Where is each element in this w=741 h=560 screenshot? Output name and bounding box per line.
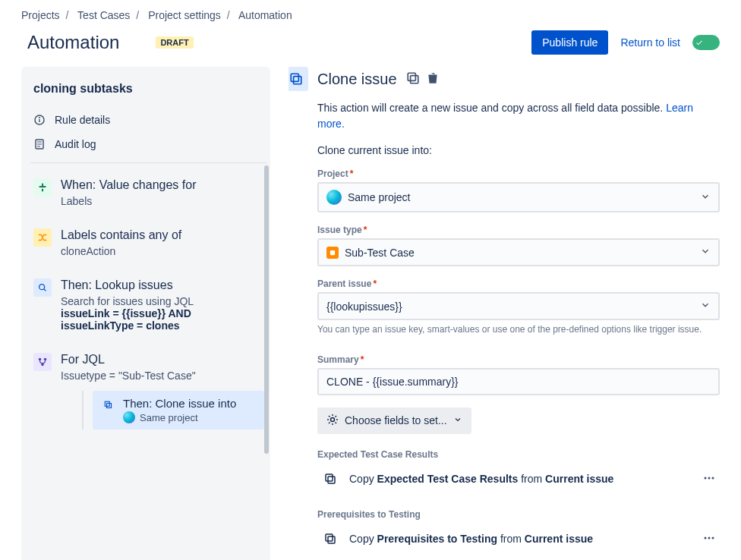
svg-point-8	[39, 285, 45, 290]
choose-fields-button[interactable]: Choose fields to set...	[317, 407, 471, 434]
project-avatar-icon	[326, 190, 342, 205]
rule-name[interactable]: cloning subtasks	[30, 76, 267, 108]
copy-icon[interactable]	[406, 71, 420, 87]
crumb-projects[interactable]: Projects	[21, 9, 60, 21]
parent-help-text: You can type an issue key, smart-values …	[317, 323, 720, 336]
svg-point-25	[712, 477, 714, 479]
return-to-list-button[interactable]: Return to list	[620, 36, 680, 49]
copy-text[interactable]: Copy Expected Test Case Results from Cur…	[345, 473, 691, 485]
svg-rect-17	[408, 73, 415, 80]
svg-rect-2	[39, 119, 39, 122]
lookup-icon	[33, 278, 52, 297]
copy-field-label: Prerequisites to Testing	[317, 509, 720, 520]
copy-icon	[323, 472, 337, 486]
step-title: When: Value changes for	[61, 178, 264, 192]
issuetype-select[interactable]: Sub-Test Case	[317, 238, 720, 266]
step-trigger[interactable]: When: Value changes for Labels	[30, 172, 267, 213]
svg-point-24	[708, 477, 711, 479]
svg-rect-21	[326, 474, 333, 481]
select-value: Same project	[348, 191, 410, 203]
svg-point-28	[705, 536, 707, 539]
crumb-automation[interactable]: Automation	[238, 9, 292, 21]
step-lookup[interactable]: Then: Lookup issues Search for issues us…	[30, 272, 267, 338]
component-title: Clone issue	[317, 71, 397, 88]
svg-point-20	[331, 417, 335, 421]
project-avatar-icon	[123, 411, 135, 423]
more-icon[interactable]	[698, 467, 720, 491]
component-description: This action will create a new issue and …	[317, 100, 720, 132]
branch-icon	[33, 353, 52, 371]
publish-rule-button[interactable]: Publish rule	[531, 30, 608, 55]
scrollbar[interactable]	[264, 165, 269, 454]
step-subtitle: cloneAction	[61, 245, 264, 257]
step-clone-selected[interactable]: Then: Clone issue into Same project	[93, 391, 264, 429]
parent-label: Parent issue*	[317, 278, 720, 289]
project-label: Project*	[317, 168, 720, 179]
info-icon	[33, 114, 46, 126]
nav-label: Audit log	[55, 138, 96, 150]
breadcrumb: Projects/ Test Cases/ Project settings/ …	[0, 0, 741, 24]
crumb-project-settings[interactable]: Project settings	[148, 9, 221, 21]
nav-rule-details[interactable]: Rule details	[30, 108, 267, 132]
copy-row: Copy Prerequisites to Testing from Curre…	[317, 524, 720, 554]
svg-line-9	[44, 289, 46, 291]
step-title: For JQL	[61, 353, 264, 367]
page-title: Automation	[27, 32, 119, 53]
clone-icon	[289, 67, 308, 91]
step-title: Labels contains any of	[61, 228, 264, 242]
issuetype-icon	[326, 247, 339, 259]
copy-icon	[323, 532, 337, 546]
chevron-down-icon	[700, 191, 711, 204]
parent-select[interactable]: {{lookupissues}}	[317, 292, 720, 320]
step-branch[interactable]: For JQL Issuetype = "Sub-Test Case" Then…	[30, 347, 267, 436]
step-title: Then: Clone issue into	[123, 397, 257, 410]
svg-point-1	[39, 117, 40, 118]
clone-icon	[100, 397, 115, 412]
clone-into-label: Clone current issue into:	[317, 144, 720, 156]
nav-audit-log[interactable]: Audit log	[30, 132, 267, 156]
delete-icon[interactable]	[426, 71, 440, 87]
svg-point-11	[44, 358, 47, 361]
check-icon	[695, 39, 703, 46]
svg-point-30	[712, 536, 714, 539]
document-icon	[33, 138, 46, 150]
copy-row: Copy Expected Test Case Results from Cur…	[317, 464, 720, 494]
main-panel: Clone issue This action will create a ne…	[289, 67, 741, 560]
svg-rect-15	[291, 74, 298, 81]
gear-icon	[326, 414, 339, 428]
step-title: Then: Lookup issues	[61, 278, 264, 292]
chevron-down-icon	[453, 414, 462, 426]
crumb-test-cases[interactable]: Test Cases	[77, 9, 130, 21]
svg-rect-22	[328, 477, 335, 483]
chevron-down-icon	[700, 300, 711, 313]
svg-rect-16	[294, 77, 301, 84]
status-badge: DRAFT	[156, 36, 193, 49]
svg-rect-14	[107, 404, 112, 408]
svg-point-10	[39, 358, 42, 361]
svg-point-23	[705, 477, 707, 479]
svg-rect-18	[410, 75, 418, 83]
summary-label: Summary*	[317, 354, 720, 365]
page-header: Automation DRAFT Publish rule Return to …	[0, 24, 741, 67]
project-select[interactable]: Same project	[317, 182, 720, 212]
summary-input[interactable]	[317, 368, 720, 395]
step-subtitle: Same project	[123, 411, 257, 423]
copy-field-label: Expected Test Case Results	[317, 449, 720, 460]
step-condition[interactable]: Labels contains any of cloneAction	[30, 222, 267, 263]
select-value: {{lookupissues}}	[326, 300, 402, 313]
copy-text[interactable]: Copy Prerequisites to Testing from Curre…	[345, 533, 691, 545]
more-icon[interactable]	[698, 527, 720, 551]
trigger-icon	[33, 178, 52, 197]
enable-toggle[interactable]	[692, 35, 720, 50]
step-subtitle: Issuetype = "Sub-Test Case"	[61, 370, 264, 382]
nav-label: Rule details	[55, 114, 110, 126]
step-subtitle: Search for issues using JQL issueLink = …	[61, 295, 264, 332]
chevron-down-icon	[700, 246, 711, 259]
issuetype-label: Issue type*	[317, 225, 720, 235]
condition-icon	[33, 228, 52, 247]
svg-rect-13	[105, 401, 109, 406]
svg-point-29	[708, 536, 711, 539]
svg-rect-7	[39, 186, 46, 187]
svg-rect-27	[328, 536, 335, 543]
rule-sidebar: cloning subtasks Rule details Audit log	[21, 67, 270, 560]
